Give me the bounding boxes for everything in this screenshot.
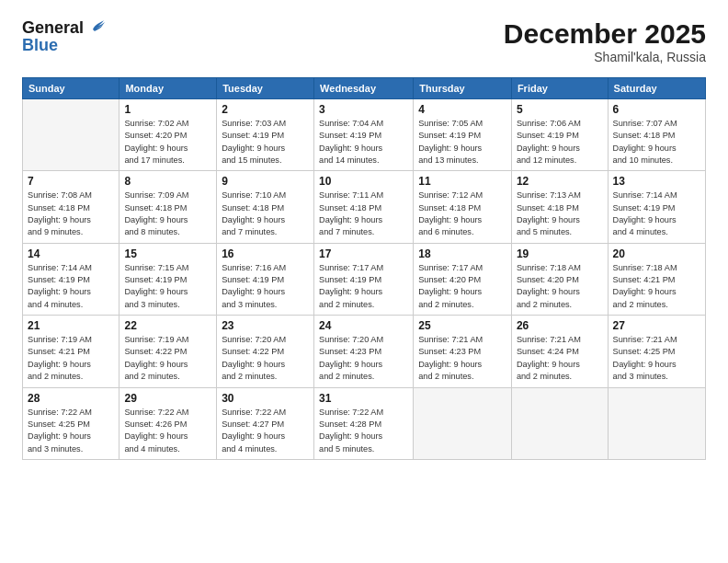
table-row: 9Sunrise: 7:10 AMSunset: 4:18 PMDaylight… [217,171,314,243]
day-info: Sunrise: 7:14 AMSunset: 4:19 PMDaylight:… [613,190,700,238]
day-number: 15 [124,247,211,260]
col-tuesday: Tuesday [217,78,314,99]
day-number: 5 [517,103,603,116]
calendar-header-row: Sunday Monday Tuesday Wednesday Thursday… [23,78,706,99]
table-row: 6Sunrise: 7:07 AMSunset: 4:18 PMDaylight… [608,99,705,171]
calendar-week-row: 14Sunrise: 7:14 AMSunset: 4:19 PMDayligh… [23,243,706,315]
col-monday: Monday [119,78,217,99]
calendar-table: Sunday Monday Tuesday Wednesday Thursday… [22,77,706,460]
day-info: Sunrise: 7:13 AMSunset: 4:18 PMDaylight:… [517,190,603,238]
day-info: Sunrise: 7:21 AMSunset: 4:23 PMDaylight:… [418,334,506,383]
logo-text-blue: Blue [22,36,106,55]
day-number: 9 [222,175,309,188]
day-info: Sunrise: 7:03 AMSunset: 4:19 PMDaylight:… [222,118,309,167]
table-row [511,387,608,459]
day-number: 26 [517,319,603,332]
table-row: 26Sunrise: 7:21 AMSunset: 4:24 PMDayligh… [511,316,608,387]
col-wednesday: Wednesday [314,78,414,99]
day-number: 11 [418,175,506,188]
day-info: Sunrise: 7:10 AMSunset: 4:18 PMDaylight:… [222,190,309,238]
day-info: Sunrise: 7:21 AMSunset: 4:24 PMDaylight:… [517,334,603,383]
day-number: 13 [613,175,700,188]
table-row: 22Sunrise: 7:19 AMSunset: 4:22 PMDayligh… [119,316,217,387]
calendar-week-row: 1Sunrise: 7:02 AMSunset: 4:20 PMDaylight… [23,99,706,171]
day-info: Sunrise: 7:17 AMSunset: 4:19 PMDaylight:… [319,262,408,311]
day-number: 14 [28,247,114,260]
day-number: 27 [613,319,700,332]
day-info: Sunrise: 7:14 AMSunset: 4:19 PMDaylight:… [28,262,114,311]
day-number: 1 [124,103,211,116]
col-friday: Friday [511,78,608,99]
table-row: 27Sunrise: 7:21 AMSunset: 4:25 PMDayligh… [608,316,705,387]
table-row: 16Sunrise: 7:16 AMSunset: 4:19 PMDayligh… [217,243,314,315]
day-number: 29 [124,392,211,405]
day-info: Sunrise: 7:20 AMSunset: 4:23 PMDaylight:… [319,334,408,383]
table-row: 2Sunrise: 7:03 AMSunset: 4:19 PMDaylight… [217,99,314,171]
table-row: 12Sunrise: 7:13 AMSunset: 4:18 PMDayligh… [511,171,608,243]
table-row [414,387,512,459]
table-row: 28Sunrise: 7:22 AMSunset: 4:25 PMDayligh… [23,387,119,459]
day-number: 7 [28,175,114,188]
day-number: 4 [418,103,506,116]
table-row: 19Sunrise: 7:18 AMSunset: 4:20 PMDayligh… [511,243,608,315]
day-number: 19 [517,247,603,260]
table-row: 1Sunrise: 7:02 AMSunset: 4:20 PMDaylight… [119,99,217,171]
table-row: 30Sunrise: 7:22 AMSunset: 4:27 PMDayligh… [217,387,314,459]
day-number: 2 [222,103,309,116]
table-row: 7Sunrise: 7:08 AMSunset: 4:18 PMDaylight… [23,171,119,243]
table-row: 13Sunrise: 7:14 AMSunset: 4:19 PMDayligh… [608,171,705,243]
table-row: 23Sunrise: 7:20 AMSunset: 4:22 PMDayligh… [217,316,314,387]
location-subtitle: Shamil'kala, Russia [504,50,706,64]
table-row: 21Sunrise: 7:19 AMSunset: 4:21 PMDayligh… [23,316,119,387]
day-number: 10 [319,175,408,188]
day-info: Sunrise: 7:16 AMSunset: 4:19 PMDaylight:… [222,262,309,311]
header: General Blue December 2025 Shamil'kala, … [22,18,706,64]
table-row: 20Sunrise: 7:18 AMSunset: 4:21 PMDayligh… [608,243,705,315]
day-info: Sunrise: 7:05 AMSunset: 4:19 PMDaylight:… [418,118,506,167]
month-title: December 2025 [504,18,706,50]
day-info: Sunrise: 7:21 AMSunset: 4:25 PMDaylight:… [613,334,700,383]
day-number: 3 [319,103,408,116]
table-row: 31Sunrise: 7:22 AMSunset: 4:28 PMDayligh… [314,387,414,459]
day-info: Sunrise: 7:20 AMSunset: 4:22 PMDaylight:… [222,334,309,383]
table-row: 25Sunrise: 7:21 AMSunset: 4:23 PMDayligh… [414,316,512,387]
table-row: 10Sunrise: 7:11 AMSunset: 4:18 PMDayligh… [314,171,414,243]
day-info: Sunrise: 7:07 AMSunset: 4:18 PMDaylight:… [613,118,700,167]
table-row [608,387,705,459]
title-block: December 2025 Shamil'kala, Russia [504,18,706,64]
day-info: Sunrise: 7:22 AMSunset: 4:25 PMDaylight:… [28,407,114,455]
table-row: 3Sunrise: 7:04 AMSunset: 4:19 PMDaylight… [314,99,414,171]
day-number: 22 [124,319,211,332]
day-number: 23 [222,319,309,332]
day-info: Sunrise: 7:22 AMSunset: 4:27 PMDaylight:… [222,407,309,455]
day-number: 25 [418,319,506,332]
table-row: 4Sunrise: 7:05 AMSunset: 4:19 PMDaylight… [414,99,512,171]
table-row: 11Sunrise: 7:12 AMSunset: 4:18 PMDayligh… [414,171,512,243]
day-number: 28 [28,392,114,405]
calendar-week-row: 21Sunrise: 7:19 AMSunset: 4:21 PMDayligh… [23,316,706,387]
day-info: Sunrise: 7:08 AMSunset: 4:18 PMDaylight:… [28,190,114,238]
day-number: 8 [124,175,211,188]
day-info: Sunrise: 7:19 AMSunset: 4:21 PMDaylight:… [28,334,114,383]
day-info: Sunrise: 7:19 AMSunset: 4:22 PMDaylight:… [124,334,211,383]
day-number: 24 [319,319,408,332]
day-number: 20 [613,247,700,260]
day-number: 12 [517,175,603,188]
table-row: 17Sunrise: 7:17 AMSunset: 4:19 PMDayligh… [314,243,414,315]
logo-text-general: General [22,18,84,38]
day-info: Sunrise: 7:22 AMSunset: 4:28 PMDaylight:… [319,407,408,455]
calendar-week-row: 28Sunrise: 7:22 AMSunset: 4:25 PMDayligh… [23,387,706,459]
table-row: 5Sunrise: 7:06 AMSunset: 4:19 PMDaylight… [511,99,608,171]
day-info: Sunrise: 7:09 AMSunset: 4:18 PMDaylight:… [124,190,211,238]
logo: General Blue [22,18,106,55]
day-number: 31 [319,392,408,405]
day-info: Sunrise: 7:18 AMSunset: 4:21 PMDaylight:… [613,262,700,311]
day-info: Sunrise: 7:12 AMSunset: 4:18 PMDaylight:… [418,190,506,238]
day-info: Sunrise: 7:02 AMSunset: 4:20 PMDaylight:… [124,118,211,167]
calendar-week-row: 7Sunrise: 7:08 AMSunset: 4:18 PMDaylight… [23,171,706,243]
table-row: 18Sunrise: 7:17 AMSunset: 4:20 PMDayligh… [414,243,512,315]
day-info: Sunrise: 7:22 AMSunset: 4:26 PMDaylight:… [124,407,211,455]
day-number: 30 [222,392,309,405]
page: General Blue December 2025 Shamil'kala, … [0,0,728,563]
day-number: 21 [28,319,114,332]
